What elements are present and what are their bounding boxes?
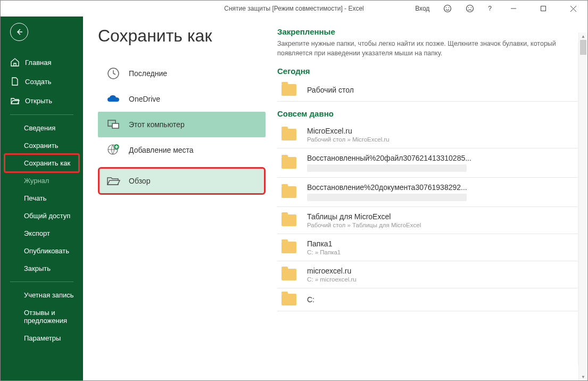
close-button[interactable] [561, 1, 585, 16]
folder-icon [281, 157, 296, 169]
scroll-up-icon[interactable]: ▲ [579, 32, 587, 40]
nav-share[interactable]: Общий доступ [1, 207, 83, 225]
outer-scrollbar[interactable]: ▲ ▼ [578, 32, 587, 380]
folder-icon [281, 214, 296, 226]
open-icon [10, 96, 20, 105]
folder-icon [281, 129, 296, 140]
separator [10, 281, 73, 282]
nav-info[interactable]: Сведения [1, 119, 83, 137]
nav-save-as[interactable]: Сохранить как [1, 154, 83, 172]
pinned-description: Закрепите нужные папки, чтобы легко найт… [277, 39, 581, 58]
folder-item[interactable]: C: [277, 288, 581, 311]
section-older: Совсем давно [277, 109, 581, 118]
location-browse[interactable]: Обзор [98, 168, 266, 194]
scroll-down-icon[interactable]: ▼ [579, 373, 587, 380]
signin-link[interactable]: Вход [411, 3, 434, 14]
face-sad-icon[interactable] [461, 2, 478, 15]
svg-point-5 [471, 7, 472, 9]
back-button[interactable] [10, 23, 28, 41]
location-thispc[interactable]: Этот компьютер [98, 112, 266, 137]
section-today: Сегодня [277, 67, 581, 76]
backstage-sidebar: Главная Создать Открыть Сведения Сохрани… [1, 16, 83, 380]
redacted-path [307, 164, 467, 172]
folder-icon [281, 186, 296, 198]
folder-icon [281, 242, 296, 253]
clock-icon [106, 67, 120, 80]
section-pinned: Закрепленные [277, 27, 581, 36]
nav-history: Журнал [1, 172, 83, 189]
folders-panel: Закрепленные Закрепите нужные папки, что… [266, 26, 587, 380]
location-addplace[interactable]: Добавление места [98, 137, 266, 163]
redacted-path [307, 194, 467, 201]
folder-item[interactable]: microexcel.ruC: » microexcel.ru [277, 261, 581, 288]
svg-rect-12 [112, 123, 119, 128]
folder-icon [281, 84, 296, 96]
nav-export[interactable]: Экспорт [1, 225, 83, 242]
minimize-button[interactable] [501, 1, 526, 16]
save-locations: Последние OneDrive Этот компьютер Добавл… [98, 61, 266, 194]
svg-point-1 [446, 7, 447, 9]
nav-close[interactable]: Закрыть [1, 260, 83, 277]
face-smile-icon[interactable] [439, 2, 456, 15]
folder-icon [281, 269, 296, 280]
title-bar: Снятие защиты [Режим совместимости] - Ex… [1, 1, 587, 16]
window-title: Снятие защиты [Режим совместимости] - Ex… [224, 5, 364, 12]
nav-open[interactable]: Открыть [1, 91, 83, 110]
scroll-thumb[interactable] [580, 40, 586, 55]
nav-feedback[interactable]: Отзывы и предложения [1, 304, 83, 329]
pc-icon [106, 118, 120, 131]
home-icon [10, 57, 20, 67]
separator [10, 114, 73, 115]
location-recent[interactable]: Последние [98, 61, 266, 86]
page-title: Сохранить как [98, 26, 266, 46]
folder-open-icon [106, 174, 120, 188]
new-icon [10, 77, 20, 86]
location-onedrive[interactable]: OneDrive [98, 86, 266, 112]
svg-rect-7 [541, 6, 546, 11]
folder-item[interactable]: Восстановленный%20файл307621413310285... [277, 148, 581, 178]
maximize-button[interactable] [531, 1, 556, 16]
nav-save[interactable]: Сохранить [1, 137, 83, 154]
nav-new[interactable]: Создать [1, 72, 83, 91]
main-panel: Сохранить как Последние OneDrive Этот ко… [83, 16, 587, 380]
nav-account[interactable]: Учетная запись [1, 286, 83, 304]
folder-icon [281, 294, 296, 305]
folder-item[interactable]: Восстановление%20документа30761938292... [277, 178, 581, 207]
nav-home[interactable]: Главная [1, 53, 83, 72]
nav-print[interactable]: Печать [1, 189, 83, 207]
folder-item[interactable]: Папка1C: » Папка1 [277, 234, 581, 261]
nav-options[interactable]: Параметры [1, 329, 83, 347]
svg-point-3 [467, 5, 474, 12]
svg-point-4 [468, 7, 469, 9]
onedrive-icon [106, 92, 120, 106]
add-place-icon [106, 143, 120, 157]
folder-item[interactable]: MicroExcel.ruРабочий стол » MicroExcel.r… [277, 121, 581, 148]
nav-publish[interactable]: Опубликовать [1, 242, 83, 260]
folder-desktop[interactable]: Рабочий стол [277, 79, 581, 102]
svg-point-2 [449, 7, 450, 9]
folder-item[interactable]: Таблицы для MicroExcelРабочий стол » Таб… [277, 207, 581, 234]
help-icon[interactable]: ? [484, 3, 496, 14]
svg-point-0 [444, 5, 451, 12]
